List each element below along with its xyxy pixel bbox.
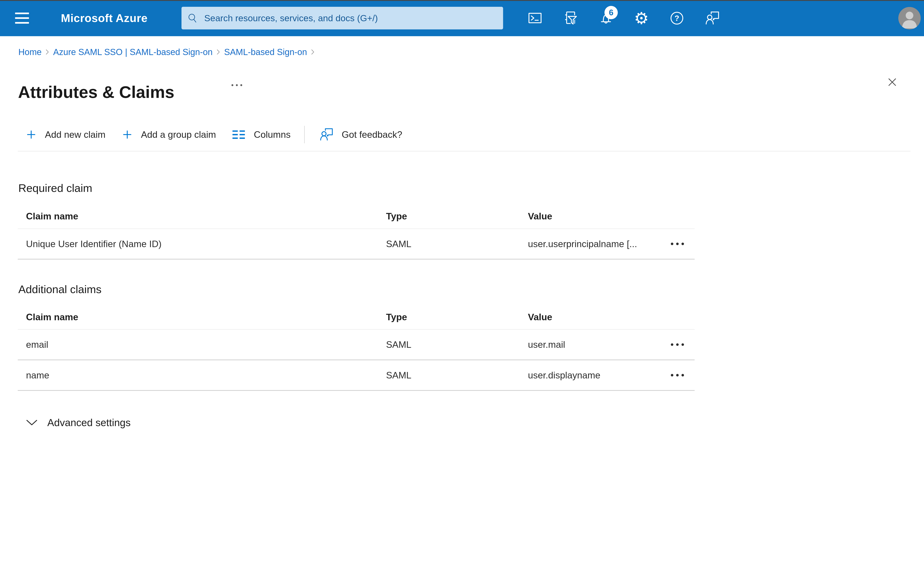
topbar-actions: 6 ⚙ ?	[517, 0, 730, 36]
column-header-value: Value	[528, 312, 695, 322]
claim-type-cell: SAML	[386, 370, 528, 381]
column-header-type: Type	[386, 211, 528, 222]
advanced-settings-label: Advanced settings	[47, 417, 130, 428]
add-group-claim-label: Add a group claim	[141, 129, 216, 140]
plus-icon	[26, 130, 36, 139]
breadcrumb-app-signon[interactable]: Azure SAML SSO | SAML-based Sign-on	[53, 47, 213, 57]
chevron-right-icon	[45, 49, 50, 55]
breadcrumb-home[interactable]: Home	[18, 47, 41, 57]
brand-title[interactable]: Microsoft Azure	[61, 0, 147, 36]
got-feedback-label: Got feedback?	[342, 129, 402, 140]
page-context-menu-icon[interactable]	[230, 83, 244, 87]
claim-type-cell: SAML	[386, 239, 528, 249]
claim-name-cell: Unique User Identifier (Name ID)	[26, 239, 386, 249]
global-search-bar	[182, 7, 503, 30]
breadcrumb-saml-signon[interactable]: SAML-based Sign-on	[224, 47, 307, 57]
toolbar-separator	[304, 126, 305, 143]
close-icon[interactable]	[887, 77, 898, 87]
chevron-right-icon	[216, 49, 220, 55]
breadcrumb: Home Azure SAML SSO | SAML-based Sign-on…	[18, 47, 318, 57]
columns-label: Columns	[254, 129, 291, 140]
additional-claims-table: Claim name Type Value email SAML user.ma…	[18, 304, 695, 391]
window-top-edge	[0, 0, 924, 1]
table-row[interactable]: Unique User Identifier (Name ID) SAML us…	[18, 229, 695, 260]
additional-claims-heading: Additional claims	[18, 283, 101, 296]
search-input[interactable]	[204, 13, 497, 23]
chevron-down-icon	[26, 419, 38, 426]
azure-portal-page: Microsoft Azure	[0, 0, 924, 467]
row-actions-ellipsis-icon[interactable]	[669, 241, 686, 247]
add-group-claim-button[interactable]: Add a group claim	[123, 129, 216, 140]
column-header-claim-name: Claim name	[26, 211, 386, 222]
add-new-claim-button[interactable]: Add new claim	[26, 129, 106, 140]
table-header-row: Claim name Type Value	[18, 204, 695, 229]
notifications-bell-icon[interactable]: 6	[588, 0, 624, 36]
table-header-row: Claim name Type Value	[18, 304, 695, 330]
user-avatar[interactable]	[898, 7, 921, 30]
command-bar: Add new claim Add a group claim Columns	[26, 125, 402, 144]
notification-badge: 6	[604, 6, 618, 19]
column-header-value: Value	[528, 211, 695, 222]
hamburger-menu-icon[interactable]	[12, 0, 31, 36]
search-icon	[187, 13, 198, 23]
add-new-claim-label: Add new claim	[45, 129, 106, 140]
got-feedback-button[interactable]: Got feedback?	[320, 128, 402, 141]
row-actions-ellipsis-icon[interactable]	[669, 342, 686, 347]
feedback-person-icon	[320, 128, 333, 141]
claim-name-cell: name	[26, 370, 386, 381]
row-actions-ellipsis-icon[interactable]	[669, 372, 686, 378]
columns-icon	[231, 130, 246, 139]
svg-text:?: ?	[675, 14, 679, 22]
chevron-right-icon	[311, 49, 315, 55]
help-icon[interactable]: ?	[659, 0, 695, 36]
topbar: Microsoft Azure	[0, 0, 924, 36]
column-header-claim-name: Claim name	[26, 312, 386, 322]
table-row[interactable]: name SAML user.displayname	[18, 360, 695, 391]
page-title: Attributes & Claims	[18, 82, 175, 102]
settings-gear-icon[interactable]: ⚙	[624, 0, 659, 36]
feedback-icon[interactable]	[695, 0, 730, 36]
table-row[interactable]: email SAML user.mail	[18, 330, 695, 360]
advanced-settings-expander[interactable]: Advanced settings	[26, 417, 130, 428]
column-header-type: Type	[386, 312, 528, 322]
columns-button[interactable]: Columns	[231, 129, 290, 140]
directories-filter-icon[interactable]	[553, 0, 588, 36]
claim-name-cell: email	[26, 339, 386, 350]
cloud-shell-icon[interactable]	[517, 0, 553, 36]
claim-type-cell: SAML	[386, 339, 528, 350]
plus-icon	[123, 130, 132, 139]
required-claim-heading: Required claim	[18, 182, 92, 194]
required-claim-table: Claim name Type Value Unique User Identi…	[18, 204, 695, 260]
